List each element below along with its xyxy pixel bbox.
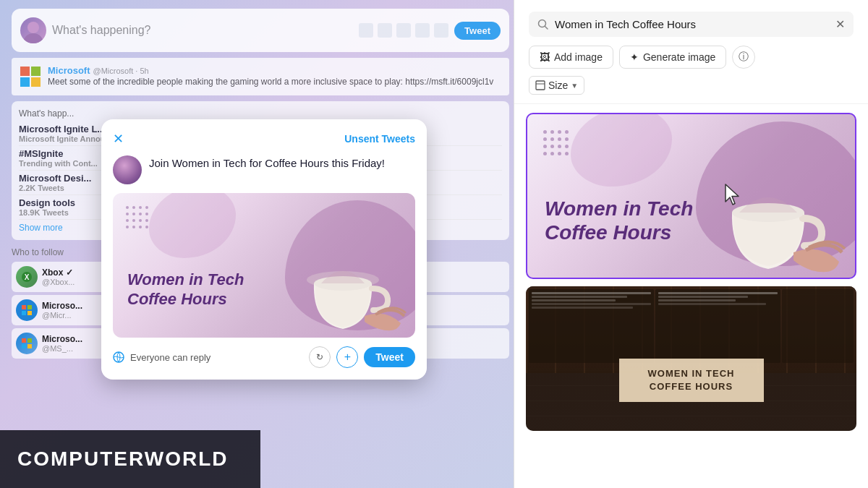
tweet-image-inner: Women in Tech Coffee Hours <box>113 193 415 338</box>
image-results-grid: Women in Tech Coffee Hours <box>514 104 868 488</box>
tweet-content-row: Join Women in Tech for Coffee Hours this… <box>113 155 415 184</box>
bg-ms-time: @Microsoft · 5h <box>93 67 149 75</box>
result-dots <box>543 130 570 157</box>
svg-point-1 <box>23 33 43 43</box>
tweet-submit-button[interactable]: Tweet <box>364 347 415 367</box>
add-image-label: Add image <box>554 51 603 63</box>
bg-tweet-button[interactable]: Tweet <box>454 22 501 40</box>
bg-ms3-icon <box>16 333 38 354</box>
bg-compose-placeholder: What's happening? <box>52 24 353 37</box>
svg-rect-4 <box>20 77 30 87</box>
search-bar[interactable]: Women in Tech Coffee Hours ✕ <box>529 12 854 37</box>
svg-rect-9 <box>27 305 32 309</box>
bg-compose-icons <box>359 23 448 38</box>
bg-xbox-icon: X <box>16 266 38 288</box>
result-blob <box>571 113 672 187</box>
close-modal-button[interactable]: ✕ <box>113 131 124 147</box>
svg-rect-2 <box>20 67 30 76</box>
tweet-footer-left: Everyone can reply <box>113 351 210 363</box>
tweet-footer-icons: ↻ + Tweet <box>309 346 415 368</box>
coffee-shop-text-overlay: WOMEN IN TECHCOFFEE HOURS <box>619 359 764 402</box>
tweet-modal-header: ✕ Unsent Tweets <box>113 131 415 147</box>
tweet-image-card: Women in Tech Coffee Hours <box>113 193 415 338</box>
bg-icon-2 <box>378 23 392 38</box>
bg-ms3-handle: @MS_... <box>42 344 82 353</box>
size-chevron-icon: ▼ <box>571 82 578 90</box>
computerworld-bar: COMPUTERWORLD <box>0 430 260 488</box>
bg-xbox-name: Xbox ✓ <box>42 267 75 278</box>
bg-icon-1 <box>359 23 373 38</box>
bg-ms-logo <box>19 65 42 88</box>
tweet-footer: Everyone can reply ↻ + Tweet <box>113 346 415 368</box>
earth-icon <box>113 351 124 363</box>
result-cup-svg <box>703 162 848 278</box>
reply-permission-text: Everyone can reply <box>130 352 210 363</box>
tweet-emoji-button[interactable]: ↻ <box>309 346 331 368</box>
tweet-modal: ✕ Unsent Tweets Join Women in Tech for C… <box>101 119 427 380</box>
svg-rect-21 <box>536 81 545 90</box>
tweet-image-title-line2: Coffee Hours <box>127 290 227 308</box>
bg-xbox-handle: @Xbox... <box>42 278 75 286</box>
size-label: Size <box>548 80 568 91</box>
generate-image-label: Generate image <box>643 51 715 63</box>
size-filter-button[interactable]: Size ▼ <box>529 76 584 95</box>
tweet-image-blob <box>149 193 236 258</box>
result-title-line1: Women in Tech <box>545 197 693 220</box>
search-query-text: Women in Tech Coffee Hours <box>555 18 830 30</box>
action-buttons-row: 🖼 Add image ✦ Generate image ⓘ <box>529 46 854 69</box>
bg-xbox-info: Xbox ✓ @Xbox... <box>42 267 75 286</box>
bg-ms-handle: Microsoft <box>48 65 90 76</box>
add-image-icon: 🖼 <box>540 51 550 63</box>
tweet-image-dots <box>126 206 150 230</box>
bg-icon-4 <box>415 23 430 38</box>
svg-rect-5 <box>31 77 41 87</box>
bg-microsoft-icon <box>16 299 38 321</box>
generate-icon: ✦ <box>630 51 639 63</box>
svg-rect-3 <box>31 67 41 76</box>
coffee-shop-title: WOMEN IN TECHCOFFEE HOURS <box>634 367 749 393</box>
tweet-image-title: Women in Tech Coffee Hours <box>127 270 244 309</box>
tweet-image-cup-svg <box>292 244 408 338</box>
search-icon <box>537 19 549 30</box>
add-image-button[interactable]: 🖼 Add image <box>529 46 613 69</box>
coffee-shop-card: WOMEN IN TECHCOFFEE HOURS <box>526 286 856 431</box>
image-search-header: Women in Tech Coffee Hours ✕ 🖼 Add image… <box>514 0 868 104</box>
svg-rect-13 <box>27 338 32 343</box>
bg-microsoft2-info: Microso... @Micr... <box>42 301 82 320</box>
bg-compose-area: What's happening? Tweet <box>12 9 509 52</box>
bg-feed-content: Microsoft @Microsoft · 5h Meet some of t… <box>48 65 493 88</box>
result-title-text: Women in Tech Coffee Hours <box>545 197 693 245</box>
tweet-composer-avatar <box>113 155 142 184</box>
tweet-image-title-line1: Women in Tech <box>127 270 244 288</box>
bg-ms-tweet: Meet some of the incredible people makin… <box>48 76 493 88</box>
coffee-shop-result-card[interactable]: WOMEN IN TECHCOFFEE HOURS <box>526 286 856 431</box>
bg-microsoft2-handle: @Micr... <box>42 311 82 320</box>
unsent-tweets-link[interactable]: Unsent Tweets <box>344 133 415 145</box>
right-panel: Women in Tech Coffee Hours ✕ 🖼 Add image… <box>514 0 868 488</box>
svg-rect-8 <box>22 305 26 309</box>
generate-image-button[interactable]: ✦ Generate image <box>619 46 726 69</box>
selected-result-card[interactable]: Women in Tech Coffee Hours <box>526 113 856 279</box>
svg-point-0 <box>27 22 39 33</box>
search-clear-button[interactable]: ✕ <box>835 17 845 31</box>
info-button[interactable]: ⓘ <box>732 46 755 69</box>
tweet-avatar-image <box>113 155 142 184</box>
selected-result-inner: Women in Tech Coffee Hours <box>527 114 855 278</box>
bg-ms3-info: Microso... @MS_... <box>42 334 82 353</box>
menu-boards <box>526 286 856 366</box>
svg-rect-11 <box>27 311 32 315</box>
bg-feed-item-microsoft: Microsoft @Microsoft · 5h Meet some of t… <box>12 58 509 95</box>
computerworld-logo: COMPUTERWORLD <box>17 448 228 471</box>
bg-microsoft2-name: Microso... <box>42 301 82 311</box>
tweet-add-button[interactable]: + <box>336 346 358 368</box>
image-size-icon <box>535 80 545 90</box>
svg-line-20 <box>545 26 548 29</box>
svg-rect-10 <box>22 311 26 315</box>
bg-icon-5 <box>434 23 448 38</box>
svg-rect-12 <box>22 338 26 343</box>
bg-ms3-name: Microso... <box>42 334 82 344</box>
svg-rect-14 <box>22 344 26 348</box>
bg-compose-avatar <box>20 17 46 43</box>
bg-trending-whats-happening: What's happ... <box>19 108 502 119</box>
svg-rect-15 <box>27 344 32 348</box>
